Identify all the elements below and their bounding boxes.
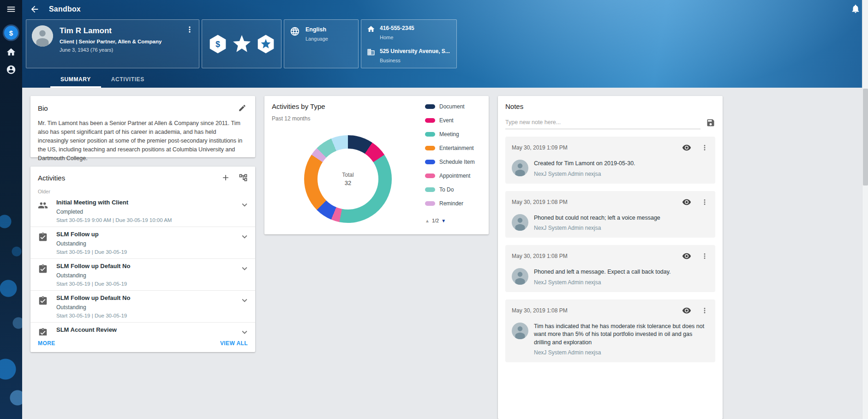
menu-icon[interactable] — [0, 0, 22, 18]
hexagon-dollar-icon[interactable]: $ — [208, 34, 227, 54]
activity-status: Outstanding — [56, 304, 130, 311]
note-menu-icon[interactable] — [700, 252, 709, 260]
legend-label: Reminder — [439, 200, 463, 207]
activity-row[interactable]: Initial Meeting with Client Completed St… — [30, 195, 255, 227]
contact-name: Tim R Lamont — [60, 26, 162, 36]
chevron-down-icon[interactable] — [239, 295, 250, 305]
activity-row[interactable]: SLM Follow up Default No Outstanding Sta… — [30, 258, 255, 290]
phone-row[interactable]: 416-555-2345 Home — [367, 24, 451, 40]
legend-item: Document — [425, 103, 482, 110]
chevron-down-icon[interactable] — [239, 327, 250, 335]
bio-card: Bio Mr. Tim Lamont has been a Senior Par… — [30, 96, 255, 157]
legend-item: Schedule Item — [425, 159, 482, 165]
content-area: Bio Mr. Tim Lamont has been a Senior Par… — [22, 88, 868, 419]
topbar: Sandbox — [22, 0, 868, 18]
activities-title: Activities — [38, 174, 65, 182]
legend-item: Entertainment — [425, 145, 482, 151]
tab-activities[interactable]: ACTIVITIES — [101, 72, 155, 88]
note-author-avatar — [512, 160, 528, 176]
note-menu-icon[interactable] — [700, 198, 709, 206]
activity-row[interactable]: SLM Follow up Outstanding Start 30-05-19… — [30, 227, 255, 258]
bio-text: Mr. Tim Lamont has been a Senior Partner… — [38, 119, 248, 163]
note-menu-icon[interactable] — [700, 144, 709, 152]
activity-dates: Start 30-05-19 9:00 AM | Due 30-05-19 10… — [56, 217, 172, 223]
language-label: Language — [305, 36, 328, 42]
note-item: May 30, 2019 1:08 PM Phoned and left a m… — [505, 245, 715, 292]
activity-dates: Start 30-05-19 | Due 30-05-19 — [56, 249, 127, 255]
legend-label: Appointment — [439, 173, 470, 179]
star-badge-icon[interactable] — [232, 34, 251, 54]
legend-label: Meeting — [439, 131, 459, 138]
activity-title: SLM Follow up Default No — [56, 263, 130, 269]
legend-item: Appointment — [425, 173, 482, 179]
legend-swatch — [425, 104, 435, 109]
edit-pencil-icon[interactable] — [237, 102, 248, 114]
view-note-icon[interactable] — [682, 306, 691, 315]
add-activity-icon[interactable] — [220, 172, 231, 183]
legend-page-down-icon[interactable]: ▼ — [441, 218, 446, 223]
hierarchy-tree-icon[interactable] — [238, 172, 249, 183]
activity-type-icon — [38, 232, 48, 242]
home-icon[interactable] — [1, 43, 21, 61]
legend-item: Event — [425, 117, 482, 124]
activity-title: SLM Follow up Default No — [56, 294, 130, 301]
address-row[interactable]: 525 University Avenue, S... Business — [367, 48, 451, 63]
profile-menu-icon[interactable] — [185, 24, 195, 35]
view-note-icon[interactable] — [682, 198, 691, 207]
note-item: May 30, 2019 1:08 PM Phoned but could no… — [505, 191, 715, 238]
view-note-icon[interactable] — [682, 251, 691, 261]
activity-row[interactable]: SLM Account Review Outstanding Start 30-… — [30, 322, 255, 335]
legend-page-up-icon[interactable]: ▲ — [425, 218, 430, 223]
activity-dates: Start 30-05-19 | Due 30-05-19 — [56, 313, 130, 318]
note-author-avatar — [512, 268, 528, 285]
notes-title: Notes — [505, 102, 715, 110]
person-icon[interactable] — [1, 61, 21, 78]
activity-row[interactable]: SLM Follow up Default No Outstanding Sta… — [30, 290, 255, 322]
save-note-icon[interactable] — [706, 118, 715, 127]
note-author: NexJ System Admin nexjsa — [534, 171, 635, 177]
activity-title: Initial Meeting with Client — [56, 199, 172, 206]
legend-swatch — [425, 187, 435, 192]
legend-label: Event — [439, 117, 454, 124]
phone-number: 416-555-2345 — [380, 25, 414, 31]
legend-label: Entertainment — [439, 145, 474, 151]
activity-type-icon — [38, 264, 48, 274]
profile-avatar — [32, 25, 53, 47]
legend-swatch — [425, 146, 435, 150]
chevron-down-icon[interactable] — [239, 200, 250, 210]
chevron-down-icon[interactable] — [239, 232, 250, 242]
contact-birthdate: June 3, 1943 (76 years) — [60, 47, 162, 53]
vertical-scrollbar[interactable] — [862, 0, 868, 419]
legend-item: Meeting — [425, 131, 482, 138]
legend-swatch — [425, 201, 435, 206]
back-arrow-icon[interactable] — [30, 4, 41, 15]
hexagon-star-icon[interactable] — [256, 34, 275, 54]
scrollbar-thumb[interactable] — [863, 89, 868, 186]
chevron-down-icon[interactable] — [239, 263, 250, 274]
legend-label: To Do — [439, 186, 454, 193]
more-button[interactable]: MORE — [38, 340, 55, 347]
tab-summary[interactable]: SUMMARY — [50, 72, 101, 88]
note-author: NexJ System Admin nexjsa — [534, 349, 709, 356]
new-note-input[interactable] — [505, 116, 700, 129]
activity-status: Outstanding — [56, 272, 130, 279]
language-card[interactable]: English Language — [284, 19, 359, 68]
dollar-circle-icon[interactable]: $ — [4, 26, 18, 40]
legend-pager: ▲ 1/2 ▼ — [425, 218, 482, 223]
activity-title: SLM Account Review — [56, 326, 127, 333]
notifications-bell-icon[interactable] — [850, 4, 861, 14]
page-title: Sandbox — [49, 5, 81, 13]
note-menu-icon[interactable] — [700, 306, 709, 315]
activity-title: SLM Follow up — [56, 231, 127, 238]
business-building-icon — [367, 48, 375, 56]
view-all-button[interactable]: VIEW ALL — [220, 340, 248, 347]
activity-dates: Start 30-05-19 | Due 30-05-19 — [56, 281, 130, 287]
legend-item: To Do — [425, 186, 482, 193]
notes-card: Notes May 30, 2019 1:09 PM — [498, 96, 723, 419]
view-note-icon[interactable] — [682, 143, 691, 152]
donut-center-label: Total — [342, 172, 353, 178]
note-text: Created for Tim Lamont on 2019-05-30. — [534, 160, 635, 168]
badges-card: $ — [202, 19, 281, 68]
contact-card: 416-555-2345 Home 525 University Avenue,… — [361, 19, 457, 68]
notes-list: May 30, 2019 1:09 PM Created for Tim Lam… — [505, 129, 715, 362]
